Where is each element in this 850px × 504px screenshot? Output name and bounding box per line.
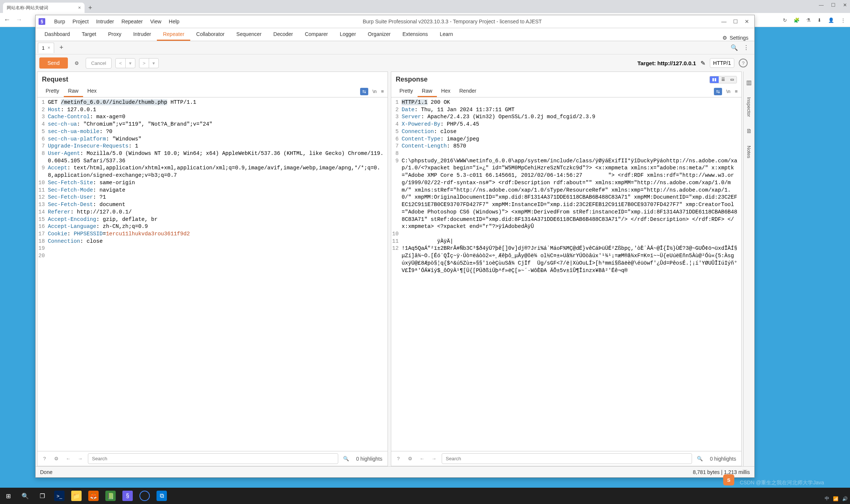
- request-search-input[interactable]: [88, 453, 338, 464]
- pretty-toggle-icon[interactable]: ⇆: [714, 88, 722, 95]
- tab-collaborator[interactable]: Collaborator: [190, 29, 230, 41]
- taskview-icon[interactable]: ❐: [37, 491, 47, 501]
- chevron-down-icon[interactable]: ▾: [149, 59, 158, 68]
- tab-logger[interactable]: Logger: [334, 29, 362, 41]
- minimize-icon[interactable]: —: [721, 19, 727, 24]
- tab-raw[interactable]: Raw: [418, 86, 437, 97]
- firefox-icon[interactable]: 🦊: [88, 491, 99, 501]
- inspector-icon[interactable]: ▥: [746, 79, 752, 86]
- inspector-label[interactable]: Inspector: [746, 97, 752, 117]
- tab-decoder[interactable]: Decoder: [267, 29, 299, 41]
- tab-repeater[interactable]: Repeater: [157, 29, 190, 41]
- vscode-icon[interactable]: ⧉: [157, 491, 167, 501]
- tab-dashboard[interactable]: Dashboard: [39, 29, 76, 41]
- layout-single-icon[interactable]: ▭: [728, 76, 737, 83]
- close-icon[interactable]: ✕: [745, 19, 749, 24]
- history-fwd-group[interactable]: >▾: [139, 58, 159, 68]
- linewrap-icon[interactable]: \n: [373, 89, 377, 94]
- help-icon[interactable]: ?: [394, 456, 402, 461]
- system-tray[interactable]: 中 📶 🔊: [825, 495, 848, 502]
- tab-pretty[interactable]: Pretty: [395, 86, 418, 97]
- edit-target-icon[interactable]: ✎: [701, 60, 705, 67]
- tab-pretty[interactable]: Pretty: [41, 86, 64, 97]
- close-icon[interactable]: ✕: [843, 2, 847, 8]
- gear-icon[interactable]: ⚙: [72, 58, 82, 68]
- chrome-icon[interactable]: [139, 491, 150, 501]
- linewrap-icon[interactable]: \n: [727, 89, 731, 94]
- start-icon[interactable]: ⊞: [3, 491, 13, 501]
- notes-icon[interactable]: 🗎: [746, 128, 752, 135]
- response-viewer[interactable]: 1HTTP/1.1 200 OK2Date: Thu, 11 Jan 2024 …: [391, 97, 741, 451]
- help-icon[interactable]: ?: [739, 59, 748, 67]
- tab-raw[interactable]: Raw: [64, 86, 83, 97]
- arrow-left-icon[interactable]: ←: [64, 456, 72, 461]
- chevron-down-icon[interactable]: ▾: [126, 59, 135, 68]
- tab-extensions[interactable]: Extensions: [396, 29, 434, 41]
- tab-comparer[interactable]: Comparer: [299, 29, 334, 41]
- maximize-icon[interactable]: ☐: [733, 19, 738, 24]
- request-editor[interactable]: 1GET /metinfo_6.0.0//include/thumb.php H…: [37, 97, 388, 451]
- chevron-right-icon[interactable]: >: [139, 59, 149, 68]
- settings-button[interactable]: ⚙ Settings: [719, 35, 751, 41]
- menu-burp[interactable]: Burp: [50, 19, 69, 24]
- cancel-button[interactable]: Cancel: [86, 58, 112, 69]
- http-version-toggle[interactable]: HTTP/1: [710, 58, 734, 68]
- sync-icon[interactable]: ↻: [783, 17, 787, 23]
- minimize-icon[interactable]: —: [819, 2, 824, 8]
- gear-icon[interactable]: ⚙: [406, 456, 414, 461]
- menu-project[interactable]: Project: [69, 19, 93, 24]
- menu-help[interactable]: Help: [165, 19, 183, 24]
- profile-icon[interactable]: 👤: [828, 17, 834, 23]
- search-icon[interactable]: 🔍: [342, 456, 350, 461]
- arrow-right-icon[interactable]: →: [430, 456, 438, 461]
- repeater-tab-1[interactable]: 1 ×: [38, 43, 54, 53]
- search-icon[interactable]: 🔍: [696, 456, 704, 461]
- chevron-left-icon[interactable]: <: [116, 59, 126, 68]
- pretty-toggle-icon[interactable]: ⇆: [360, 88, 368, 95]
- tab-organizer[interactable]: Organizer: [362, 29, 396, 41]
- add-repeater-tab[interactable]: +: [56, 44, 67, 52]
- burp-taskbar-icon[interactable]: §: [122, 491, 133, 501]
- tab-proxy[interactable]: Proxy: [102, 29, 127, 41]
- tray-net-icon[interactable]: 📶: [833, 496, 839, 501]
- search-icon[interactable]: 🔍: [20, 491, 30, 501]
- new-tab-button[interactable]: +: [85, 3, 96, 13]
- kebab-menu-icon[interactable]: ⋮: [841, 17, 846, 23]
- layout-columns-icon[interactable]: ▮▮: [710, 76, 719, 83]
- app-icon[interactable]: 📗: [105, 491, 116, 501]
- tab-learn[interactable]: Learn: [434, 29, 459, 41]
- extensions-icon[interactable]: 🧩: [794, 17, 800, 23]
- history-back-group[interactable]: <▾: [115, 58, 135, 68]
- tray-lang-icon[interactable]: 中: [825, 495, 829, 502]
- tab-render[interactable]: Render: [455, 86, 481, 97]
- layout-rows-icon[interactable]: ☰: [719, 76, 728, 83]
- tab-hex[interactable]: Hex: [437, 86, 455, 97]
- powershell-icon[interactable]: >_: [54, 491, 65, 501]
- close-tab-icon[interactable]: ×: [78, 5, 81, 10]
- menu-repeater[interactable]: Repeater: [118, 19, 146, 24]
- hamburger-icon[interactable]: ≡: [735, 89, 738, 94]
- hamburger-icon[interactable]: ≡: [381, 89, 384, 94]
- tab-sequencer[interactable]: Sequencer: [230, 29, 267, 41]
- labs-icon[interactable]: ⚗: [806, 17, 811, 23]
- kebab-menu-icon[interactable]: ⋮: [743, 44, 749, 51]
- layout-toggle[interactable]: ▮▮ ☰ ▭: [709, 76, 737, 83]
- explorer-icon[interactable]: 📁: [71, 491, 82, 501]
- gear-icon[interactable]: ⚙: [52, 456, 60, 461]
- menu-intruder[interactable]: Intruder: [92, 19, 118, 24]
- menu-view[interactable]: View: [146, 19, 165, 24]
- arrow-right-icon[interactable]: →: [76, 456, 84, 461]
- response-search-input[interactable]: [442, 453, 692, 464]
- help-icon[interactable]: ?: [40, 456, 49, 461]
- close-icon[interactable]: ×: [47, 45, 50, 50]
- tab-intruder[interactable]: Intruder: [127, 29, 157, 41]
- arrow-left-icon[interactable]: ←: [418, 456, 426, 461]
- search-icon[interactable]: 🔍: [731, 44, 738, 51]
- browser-tab[interactable]: 网站名称-网站关键词 ×: [3, 3, 85, 13]
- notes-label[interactable]: Notes: [746, 146, 752, 158]
- send-button[interactable]: Send: [39, 57, 68, 69]
- downloads-icon[interactable]: ⬇: [817, 17, 821, 23]
- tab-hex[interactable]: Hex: [83, 86, 101, 97]
- tab-target[interactable]: Target: [76, 29, 102, 41]
- back-icon[interactable]: ←: [4, 16, 10, 24]
